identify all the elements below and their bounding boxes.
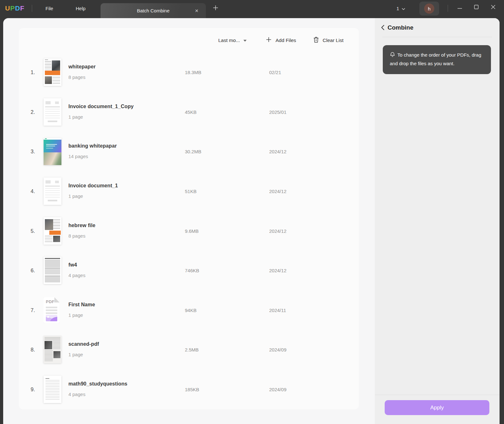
file-name: math90_studyquestions: [68, 381, 127, 387]
file-size: 18.3MB: [185, 70, 201, 75]
file-pages: 4 pages: [68, 392, 127, 397]
plus-icon: [266, 37, 271, 44]
logo-letter: F: [20, 4, 24, 12]
file-pages: 8 pages: [68, 233, 95, 239]
combine-panel-header: Combine: [375, 18, 500, 37]
file-row[interactable]: 9. math90_studyquestions 4 pages 185KB 2…: [19, 370, 359, 409]
app-window: Last mo... Add Files Clear: [3, 18, 500, 424]
file-date: 2024/11: [269, 307, 286, 313]
menu-help[interactable]: Help: [76, 0, 86, 17]
close-icon: [491, 5, 495, 10]
avatar-initial: h: [428, 6, 430, 11]
file-row[interactable]: 7. PDF First Name 1 page 94KB 2024/11: [19, 290, 359, 330]
plus-icon: [213, 5, 219, 12]
account-button[interactable]: h: [419, 2, 439, 16]
file-name: fw4: [68, 262, 85, 268]
bell-icon: [390, 52, 395, 60]
new-tab-button[interactable]: [211, 0, 220, 17]
pdf-badge: PDF: [46, 299, 55, 304]
titlebar-divider: [32, 5, 32, 12]
add-files-button[interactable]: Add Files: [266, 28, 296, 52]
file-index: 6.: [19, 268, 35, 274]
file-size: 746KB: [185, 268, 199, 273]
chevron-down-icon: [402, 6, 405, 11]
file-index: 2.: [19, 109, 35, 115]
combine-panel: Combine To change the order of your PDFs…: [375, 18, 500, 424]
minimize-icon: [458, 5, 462, 10]
file-index: 4.: [19, 188, 35, 194]
clear-list-label: Clear List: [323, 38, 343, 43]
file-date: 2024/09: [269, 387, 286, 392]
file-index: 7.: [19, 307, 35, 313]
file-name: Invoice document_1_Copy: [68, 104, 134, 109]
file-index: 9.: [19, 386, 35, 393]
file-pages: 14 pages: [68, 154, 117, 159]
list-toolbar: Last mo... Add Files Clear: [19, 28, 359, 52]
tab-close-icon[interactable]: ✕: [193, 7, 200, 14]
add-files-label: Add Files: [276, 38, 296, 43]
file-row[interactable]: 6. fw4 4 pages 746KB 2024/12: [19, 251, 359, 290]
apply-button[interactable]: Apply: [385, 400, 489, 415]
file-thumbnail: [44, 177, 61, 205]
maximize-button[interactable]: [471, 3, 481, 13]
file-index: 5.: [19, 228, 35, 234]
file-thumbnail: [44, 257, 61, 284]
file-size: 30.2MB: [185, 149, 201, 154]
file-row[interactable]: 2. Invoice document_1_Copy 1 page 45KB 2…: [19, 92, 359, 132]
panel-footer: Apply: [375, 395, 500, 424]
file-list: 1. whitepaper 8 pages 18.3MB 02/21 2. In…: [19, 52, 359, 409]
reorder-tip-tooltip: To change the order of your PDFs, drag a…: [383, 45, 491, 74]
tab-batch-combine[interactable]: Batch Combine ✕: [101, 3, 206, 18]
file-size: 45KB: [185, 109, 197, 115]
file-date: 2024/12: [269, 189, 286, 194]
file-info: math90_studyquestions 4 pages: [68, 381, 127, 397]
file-name: whitepaper: [68, 64, 95, 70]
file-date: 2024/09: [269, 347, 286, 352]
file-row[interactable]: 8. scanned-pdf 1 page 2.5MB 2024/09: [19, 330, 359, 370]
file-date: 2024/12: [269, 228, 286, 233]
file-name: First Name: [68, 302, 95, 308]
clear-list-button[interactable]: Clear List: [313, 28, 343, 52]
file-name: hebrew file: [68, 223, 95, 228]
file-pages: 1 page: [68, 312, 95, 318]
tab-label: Batch Combine: [137, 8, 170, 13]
file-size: 51KB: [185, 189, 197, 194]
close-button[interactable]: [488, 3, 498, 13]
trash-icon: [313, 37, 319, 44]
file-name: scanned-pdf: [68, 341, 99, 347]
menu-file[interactable]: File: [46, 0, 53, 17]
file-name: Invoice document_1: [68, 183, 118, 189]
sort-label: Last mo...: [218, 38, 240, 43]
file-row[interactable]: 1. whitepaper 8 pages 18.3MB 02/21: [19, 52, 359, 92]
file-thumbnail: PDF: [44, 297, 60, 323]
file-size: 185KB: [185, 387, 199, 392]
back-button[interactable]: [379, 24, 387, 32]
file-pages: 1 page: [68, 114, 134, 120]
caret-down-icon: [243, 40, 247, 42]
file-pages: 8 pages: [68, 74, 95, 80]
panel-divider: [382, 37, 492, 37]
avatar: h: [424, 3, 434, 14]
file-date: 2024/12: [269, 268, 286, 273]
file-info: Invoice document_1 1 page: [68, 183, 118, 199]
file-name: banking whitepapar: [68, 143, 117, 149]
file-row[interactable]: 4. Invoice document_1 1 page 51KB 2024/1…: [19, 171, 359, 211]
window-count-dropdown[interactable]: 1: [396, 0, 405, 17]
app-logo: UPDF: [5, 0, 24, 17]
file-date: 02/21: [269, 70, 281, 75]
file-thumbnail: [44, 217, 61, 245]
screen: { "titlebar": { "logo": [ {"letter": "U"…: [0, 0, 504, 424]
file-date: 2025/01: [269, 109, 286, 115]
file-row[interactable]: 3. banking whitepapar 14 pages 30.2MB 20…: [19, 132, 359, 171]
file-row[interactable]: 5. hebrew file 8 pages 9.6MB 2024/12: [19, 211, 359, 251]
titlebar: UPDF File Help Batch Combine ✕ 1 h: [0, 0, 504, 18]
file-thumbnail: [44, 59, 61, 86]
file-info: whitepaper 8 pages: [68, 64, 95, 80]
file-info: banking whitepapar 14 pages: [68, 143, 117, 159]
file-size: 2.5MB: [185, 347, 199, 352]
sort-dropdown[interactable]: Last mo...: [218, 28, 247, 52]
minimize-button[interactable]: [455, 3, 465, 13]
file-pages: 1 page: [68, 352, 99, 357]
logo-letter: D: [15, 4, 20, 12]
file-info: scanned-pdf 1 page: [68, 341, 99, 357]
